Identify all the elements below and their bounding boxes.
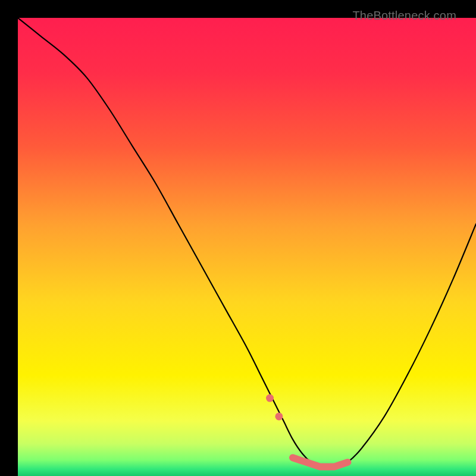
watermark-text: TheBottleneck.com — [352, 9, 456, 23]
chart-frame: TheBottleneck.com — [9, 9, 467, 467]
marker-dot — [275, 412, 283, 420]
gradient-background — [18, 18, 476, 476]
bottleneck-chart — [18, 18, 476, 476]
marker-dot — [266, 394, 274, 402]
